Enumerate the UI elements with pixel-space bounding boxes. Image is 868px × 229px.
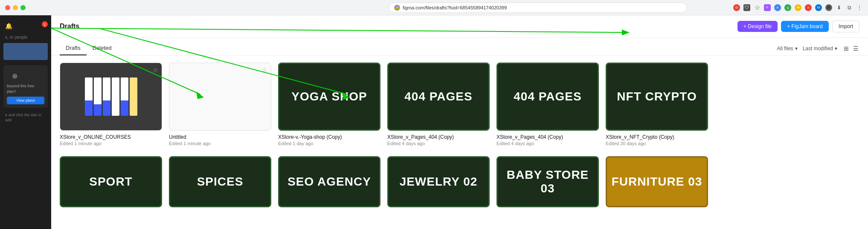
- thumbnail-online-courses[interactable]: ☆: [60, 63, 162, 131]
- thumbnail-label: BABY STORE 03: [498, 168, 598, 195]
- list-item[interactable]: ☆ Untitled Edited 1 minute ago: [169, 63, 271, 146]
- list-item[interactable]: BABY STORE 03: [496, 156, 599, 207]
- file-name: Untitled: [169, 134, 271, 140]
- file-meta: Edited 4 days ago: [496, 141, 599, 146]
- url-text: figma.com/files/drafts?fuid=685455894174…: [403, 5, 507, 10]
- browser-chrome: 🔒 figma.com/files/drafts?fuid=6854558941…: [0, 0, 868, 15]
- file-meta: Edited 1 minute ago: [169, 141, 271, 146]
- preview-page: [85, 77, 93, 116]
- thumbnail-yoga-shop[interactable]: YOGA SHOP: [278, 63, 380, 131]
- preview-pages: [81, 74, 141, 119]
- menu-icon[interactable]: ⋮: [856, 4, 863, 11]
- file-meta: Edited 1 day ago: [278, 141, 380, 146]
- all-files-label: All files: [777, 46, 793, 52]
- preview-page: [94, 77, 102, 116]
- minimize-dot[interactable]: [13, 5, 18, 10]
- design-file-button[interactable]: + Design file: [737, 21, 778, 32]
- window-controls: [5, 5, 26, 10]
- file-meta: Edited 20 days ago: [606, 141, 708, 146]
- list-item[interactable]: SEO AGENCY: [278, 156, 380, 207]
- last-modified-dropdown[interactable]: Last modified ▾: [803, 46, 837, 52]
- figma-icon: F: [764, 4, 771, 11]
- address-bar[interactable]: 🔒 figma.com/files/drafts?fuid=6854558941…: [389, 3, 687, 13]
- file-name: XStore-v.-Yoga-shop (Copy): [278, 134, 380, 140]
- star-icon[interactable]: ☆: [262, 66, 267, 73]
- grid-row-1: ☆ XStore_v_ONLINE_COURSES Edited 1 minut…: [60, 63, 859, 146]
- thumbnail-label: SPICES: [197, 175, 244, 189]
- page-title: Drafts: [60, 23, 737, 30]
- ext-icon-4: λ: [805, 4, 812, 11]
- list-item[interactable]: NFT CRYPTO XStore_v_NFT_Crypto (Copy) Ed…: [606, 63, 708, 146]
- list-item[interactable]: ☆ XStore_v_ONLINE_COURSES Edited 1 minut…: [60, 63, 162, 146]
- bell-icon: 🔔: [5, 23, 12, 29]
- thumbnail-seo[interactable]: SEO AGENCY: [278, 156, 380, 207]
- thumbnail-baby-store[interactable]: BABY STORE 03: [496, 156, 599, 207]
- list-item[interactable]: 404 PAGES XStore_v_Pages_404 (Copy) Edit…: [496, 63, 599, 146]
- import-button[interactable]: Import: [832, 20, 859, 32]
- ext-icon-5: M: [815, 4, 822, 11]
- close-dot[interactable]: [5, 5, 10, 10]
- thumbnail-sport[interactable]: SPORT: [60, 156, 162, 207]
- file-name: XStore_v_ONLINE_COURSES: [60, 134, 162, 140]
- header: Drafts + Design file + FigJam board Impo…: [51, 15, 868, 38]
- star-icon[interactable]: ☆: [153, 66, 158, 73]
- ext-icon-3: ★: [795, 4, 801, 11]
- list-item[interactable]: SPICES: [169, 156, 271, 207]
- all-files-dropdown[interactable]: All files ▾: [777, 46, 798, 52]
- ext-icon-1: e: [774, 4, 781, 11]
- view-plans-button[interactable]: View plans: [7, 97, 44, 104]
- preview-page: [130, 77, 137, 116]
- maximize-dot[interactable]: [20, 5, 26, 10]
- last-modified-label: Last modified: [803, 46, 833, 52]
- thumbnail-404-2[interactable]: 404 PAGES: [496, 63, 599, 131]
- list-item[interactable]: 404 PAGES XStore_v_Pages_404 (Copy) Edit…: [387, 63, 490, 146]
- sidebar-selected-item[interactable]: [3, 43, 48, 60]
- upgrade-text: beyond this free plan?: [7, 83, 44, 94]
- ext-icon-2: g: [784, 4, 791, 11]
- sort-arrow: ▾: [835, 46, 837, 52]
- header-actions: + Design file + FigJam board Import: [737, 20, 859, 32]
- all-files-arrow: ▾: [795, 46, 798, 52]
- file-meta: Edited 4 days ago: [387, 141, 490, 146]
- sidebar-bell-area[interactable]: 🔔 1: [0, 19, 51, 33]
- preview-page: [103, 77, 110, 116]
- thumbnail-spices[interactable]: SPICES: [169, 156, 271, 207]
- thumbnail-label: SPORT: [89, 175, 132, 189]
- notification-badge: 1: [42, 21, 48, 27]
- thumbnail-jewelry[interactable]: JEWELRY 02: [387, 156, 490, 207]
- file-meta: Edited 1 minute ago: [60, 141, 162, 146]
- tabs-bar: Drafts Deleted All files ▾ Last modified…: [51, 38, 868, 56]
- sidebar-star-text: e and click the star to add: [0, 111, 51, 124]
- thumbnail-nft-crypto[interactable]: NFT CRYPTO: [606, 63, 708, 131]
- sidebar: 🔔 1 s, or people ⊕ beyond this free plan…: [0, 15, 51, 229]
- lock-icon: 🔒: [394, 5, 400, 11]
- list-item[interactable]: JEWELRY 02: [387, 156, 490, 207]
- files-grid: ☆ XStore_v_ONLINE_COURSES Edited 1 minut…: [51, 56, 868, 229]
- ext-icon-6: ⬛: [825, 4, 832, 11]
- upgrade-icon: ⊕: [7, 69, 44, 83]
- ext-icon-7: ⬇: [836, 4, 842, 11]
- grid-view-icon[interactable]: ⊞: [842, 45, 850, 52]
- list-item[interactable]: SPORT: [60, 156, 162, 207]
- thumbnail-furniture[interactable]: FURNITURE 03: [606, 156, 708, 207]
- thumbnail-label: 404 PAGES: [404, 90, 472, 103]
- list-view-icon[interactable]: ☰: [852, 45, 859, 52]
- grid-row-2: SPORT SPICES SEO AGENCY: [60, 156, 859, 207]
- tab-drafts[interactable]: Drafts: [60, 41, 87, 55]
- thumbnail-label: YOGA SHOP: [291, 90, 367, 103]
- thumbnail-untitled[interactable]: ☆: [169, 63, 271, 131]
- thumbnail-label: JEWELRY 02: [400, 175, 478, 189]
- list-item[interactable]: YOGA SHOP XStore-v.-Yoga-shop (Copy) Edi…: [278, 63, 380, 146]
- thumbnail-404-1[interactable]: 404 PAGES: [387, 63, 490, 131]
- star-icon[interactable]: ☆: [754, 4, 761, 11]
- app-container: 🔔 1 s, or people ⊕ beyond this free plan…: [0, 15, 868, 229]
- file-name: XStore_v_Pages_404 (Copy): [387, 134, 490, 140]
- preview-page: [121, 77, 128, 116]
- google-icon: G: [733, 4, 740, 11]
- tab-deleted[interactable]: Deleted: [87, 41, 118, 55]
- figjam-board-button[interactable]: + FigJam board: [781, 21, 829, 32]
- thumbnail-label: NFT CRYPTO: [617, 90, 697, 103]
- browser-toolbar: G 🛡 ☆ F e g ★ λ M ⬛ ⬇ ⧉ ⋮: [733, 4, 863, 11]
- thumbnail-label: FURNITURE 03: [612, 175, 703, 189]
- list-item[interactable]: FURNITURE 03: [606, 156, 708, 207]
